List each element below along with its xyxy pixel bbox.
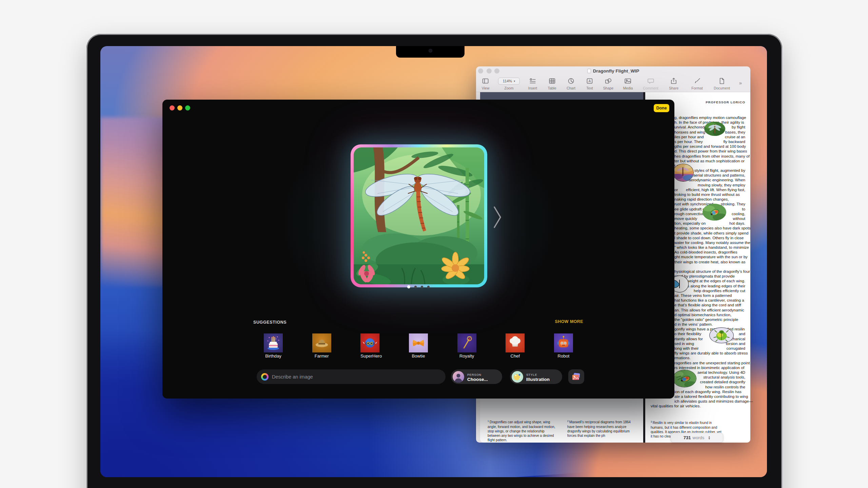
carousel-dot-active[interactable] <box>407 285 410 288</box>
suggestion-label: Bowtie <box>412 353 425 359</box>
next-image-button[interactable] <box>493 206 501 228</box>
toolbar-format-button[interactable]: Format <box>691 77 703 90</box>
toolbar-shape-button[interactable]: Shape <box>603 77 613 90</box>
macbook-frame: Dragonfly Flight_WIP View 114%▾ Zoom Ins… <box>86 34 782 488</box>
shape-icon <box>603 77 613 85</box>
show-more-button[interactable]: SHOW MORE <box>555 319 583 324</box>
word-count-control[interactable]: 731 words ▲▼ <box>671 433 723 443</box>
toolbar-text-button[interactable]: A Text <box>586 77 593 90</box>
document-text-line: the “golden ratio” geometric principle <box>674 317 745 322</box>
toolbar-share-button[interactable]: Share <box>669 77 678 90</box>
sunset-dragonfly-illustration-oval <box>673 164 694 182</box>
toolbar-view-button[interactable]: View <box>482 77 490 90</box>
carousel-dot[interactable] <box>421 286 423 288</box>
insert-icon <box>528 77 537 85</box>
document-text-line: ion of each dragonfly wing. Resilin has <box>674 389 745 394</box>
minimize-button[interactable] <box>177 105 182 110</box>
document-text-line: ich alleviates gusts and minimizes damag… <box>674 399 745 404</box>
suggestion-superhero[interactable]: SuperHero <box>360 333 379 359</box>
document-byline: PROFESSOR LORICO <box>706 100 745 104</box>
display-notch <box>396 46 465 58</box>
suggestion-label: Birthday <box>265 353 281 359</box>
chevron-right-icon <box>493 206 501 228</box>
close-button[interactable] <box>170 105 175 110</box>
document-text-line: sed in wingtorsion and <box>674 341 745 346</box>
person-chip-kicker: PERSON <box>467 373 481 377</box>
toolbar-media-button[interactable]: Media <box>623 77 633 90</box>
style-chip[interactable]: STYLEIllustration <box>510 369 562 384</box>
toolbar-chart-button[interactable]: Chart <box>567 77 575 90</box>
prompt-input[interactable] <box>272 374 441 380</box>
display: Dragonfly Flight_WIP View 114%▾ Zoom Ins… <box>100 46 767 477</box>
document-text-line: ter but without as much sophistication o… <box>674 159 745 163</box>
document-text-line: water for cooling. Many notably assume t… <box>674 240 745 245</box>
suggestion-royalty[interactable]: Royalty <box>457 333 476 359</box>
birthday-cake-icon <box>264 348 283 353</box>
suggestion-birthday[interactable]: Birthday <box>264 333 283 359</box>
carousel-dot[interactable] <box>427 286 430 288</box>
document-text-line: an. This allows for efficient aerodynami… <box>674 308 745 312</box>
document-text-line: e that’s flexible along the cord and sti… <box>674 303 745 307</box>
bowtie-icon <box>409 348 428 353</box>
sidebar-icon <box>482 77 490 85</box>
dragonfly-photo-oval <box>704 122 725 136</box>
document-text-line: ate a tailored flexibility contributing … <box>674 394 745 399</box>
suggestion-bowtie[interactable]: Bowtie <box>409 333 428 359</box>
generated-image-card[interactable] <box>351 144 487 287</box>
green-beetle-emoji-oval <box>709 327 734 343</box>
document-text-line: heating, some species also have dark spo… <box>674 226 745 230</box>
document-text-line <box>674 264 745 269</box>
document-text-line: s per hour. Theyfly backward <box>674 139 745 144</box>
document-text-line: hat functions like a cantilever, creatin… <box>674 298 745 303</box>
svg-text:A: A <box>589 79 591 83</box>
prompt-bar[interactable] <box>257 369 446 384</box>
done-button[interactable]: Done <box>654 104 669 112</box>
document-text-line: d in the veins’ pattern. <box>674 322 745 327</box>
illustration-style-icon <box>512 371 523 383</box>
document-text-line: ragonflies are the unexpected starting p… <box>674 361 745 365</box>
suggestion-farmer[interactable]: Farmer <box>312 333 331 359</box>
document-text-line: gths per second and forward at 100 body <box>674 144 745 149</box>
toolbar-insert-button[interactable]: Insert <box>528 77 537 90</box>
document-text-line: l shade to cool down. Others fly in clos… <box>674 236 745 240</box>
format-brush-icon <box>691 77 703 85</box>
document-text-line: rmations. <box>674 355 745 360</box>
toolbar-zoom-control[interactable]: 114%▾ Zoom <box>498 77 520 90</box>
style-chip-kicker: STYLE <box>526 373 537 377</box>
text-box-icon: A <box>586 77 593 85</box>
pages-titlebar[interactable]: Dragonfly Flight_WIP <box>476 66 750 75</box>
rainbow-beetle-photo-oval <box>703 204 726 221</box>
table-icon <box>548 77 556 85</box>
style-chip-value: Illustration <box>526 377 550 382</box>
document-text-line: As cold-blooded insects, dragonflies <box>674 250 745 255</box>
stepper-icon[interactable]: ▲▼ <box>708 436 710 440</box>
toolbar-comment-button: Comment <box>643 77 658 90</box>
document-text-line: long with theircorrugated <box>674 346 745 351</box>
zoom-dropdown[interactable]: 114%▾ <box>498 78 520 85</box>
toolbar-table-button[interactable]: Table <box>548 77 556 90</box>
comment-icon <box>643 77 658 85</box>
suggestion-robot[interactable]: Robot <box>554 333 573 359</box>
chart-icon <box>567 77 575 85</box>
document-text-line: t provide shade, while others simply spe… <box>674 231 745 236</box>
document-text-line: orefficient, high lift. When flying fast… <box>674 187 745 192</box>
chevron-double-right-icon: » <box>739 80 741 86</box>
photos-button[interactable] <box>568 369 584 384</box>
document-text-line: ght muscle temperature with the sun or b… <box>674 255 745 259</box>
carousel-dot[interactable] <box>414 286 417 288</box>
toolbar-overflow-button[interactable]: » <box>739 80 741 86</box>
apple-intelligence-icon <box>261 373 269 381</box>
document-text-line: naking rapid direction changes, <box>674 197 745 202</box>
word-count-value: 731 <box>684 435 691 440</box>
toolbar-document-button[interactable]: Document <box>714 77 730 90</box>
suggestion-label: SuperHero <box>360 353 382 359</box>
document-text-line: air. These veins form a patterned <box>674 293 745 298</box>
farmer-hat-icon <box>312 348 331 353</box>
person-avatar-icon <box>453 371 464 383</box>
carousel-dots[interactable] <box>162 285 674 288</box>
suggestion-chef[interactable]: Chef <box>506 333 525 359</box>
person-chip[interactable]: PERSONChoose... <box>451 369 502 384</box>
person-chip-value: Choose... <box>467 377 488 382</box>
zoom-button[interactable] <box>185 105 190 110</box>
document-text-line: vital qualities for air vehicles. <box>651 404 745 408</box>
